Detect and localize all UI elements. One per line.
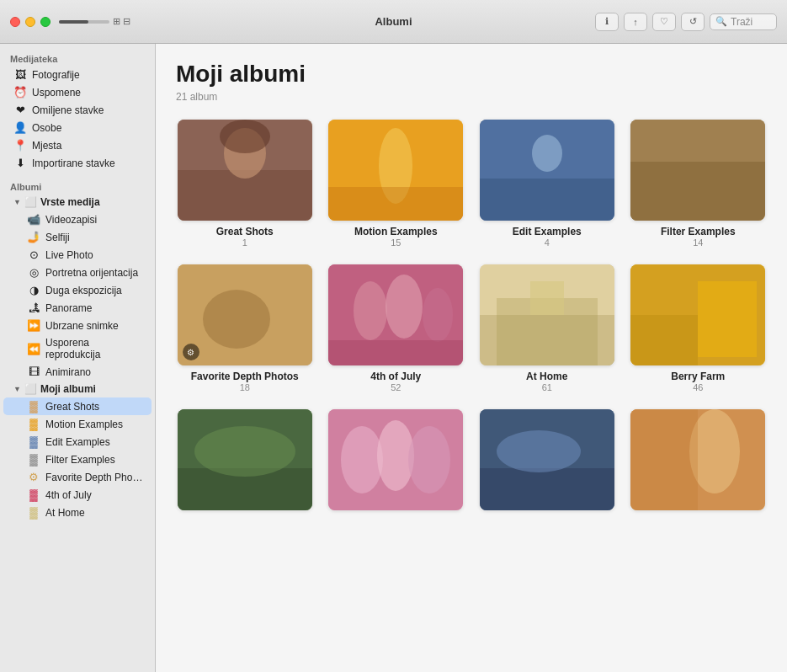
chevron-down-icon: ▼ (13, 198, 21, 206)
memories-icon: ⏰ (13, 86, 27, 99)
rotate-button[interactable]: ↺ (681, 13, 705, 31)
exposure-icon: ◑ (27, 284, 40, 296)
sidebar-label-depth: Favorite Depth Pho… (45, 472, 142, 483)
sidebar-item-motion[interactable]: ▓ Motion Examples (3, 415, 152, 433)
animated-icon: 🎞 (27, 365, 40, 378)
svg-rect-21 (328, 340, 463, 365)
sidebar-item-live-photo[interactable]: ⊙ Live Photo (3, 246, 152, 264)
vrste-medija-expand[interactable]: ▼ ⬜ Vrste medija (3, 194, 152, 211)
edit-icon: ▓ (27, 435, 40, 448)
svg-point-3 (220, 120, 270, 153)
import-icon: ⬇ (13, 157, 27, 169)
album-thumb-row3c (480, 409, 614, 510)
titlebar-right: ℹ ↑ ♡ ↺ 🔍 Traži (595, 13, 777, 31)
moji-albumi-expand[interactable]: ▼ ⬜ Moji albumi (3, 381, 152, 397)
sidebar-item-videozapisi[interactable]: 📹 Videozapisi (3, 211, 152, 228)
album-depth[interactable]: ⚙ Favorite Depth Photos 18 (176, 264, 314, 392)
sidebar-label-duga: Duga ekspozicija (45, 285, 122, 296)
album-row3b[interactable] (327, 409, 465, 515)
album-great-shots[interactable]: Great Shots 1 (176, 120, 314, 248)
sidebar-item-filter[interactable]: ▓ Filter Examples (3, 451, 152, 468)
album-row3d[interactable] (630, 409, 768, 515)
album-row3a[interactable] (176, 409, 314, 515)
sidebar-label-panorame: Panorame (45, 302, 92, 314)
album-edit[interactable]: Edit Examples 4 (478, 120, 616, 248)
sidebar-item-july[interactable]: ▓ 4th of July (3, 486, 152, 504)
svg-point-19 (386, 275, 423, 339)
maximize-button[interactable] (40, 17, 51, 27)
svg-rect-24 (530, 281, 564, 315)
library-header: Medijateka (0, 51, 155, 66)
album-thumb-row3d (630, 409, 765, 510)
sidebar-item-great-shots[interactable]: ▓ Great Shots (3, 397, 152, 415)
person-icon: 👤 (13, 121, 27, 134)
svg-point-14 (203, 290, 270, 349)
svg-rect-42 (630, 409, 698, 510)
sidebar-item-mjesta[interactable]: 📍 Mjesta (3, 136, 152, 154)
album-count-filter: 14 (693, 237, 703, 248)
sidebar-label-fotografije: Fotografije (32, 69, 80, 81)
sidebar-label-omiljene: Omiljene stavke (32, 104, 104, 116)
sidebar-item-depth[interactable]: ⚙ Favorite Depth Pho… (3, 468, 152, 486)
view-toggle[interactable]: ⊞ ⊟ (113, 16, 130, 27)
album-count-home: 61 (542, 382, 552, 392)
album-name-edit: Edit Examples (513, 226, 582, 237)
sidebar-label-filter: Filter Examples (45, 454, 115, 466)
sidebar-item-uspomene[interactable]: ⏰ Uspomene (3, 83, 152, 101)
albums-folder-icon: ⬜ (24, 383, 37, 395)
sidebar-label-osobe: Osobe (32, 122, 61, 134)
sidebar-label-selfiji: Selfiji (45, 232, 70, 243)
sidebar-item-portretna[interactable]: ◎ Portretna orijentacija (3, 264, 152, 281)
sidebar-item-duga[interactable]: ◑ Duga ekspozicija (3, 281, 152, 299)
album-count-edit: 4 (545, 237, 550, 248)
heart-button[interactable]: ♡ (652, 13, 676, 31)
sidebar-item-omiljene[interactable]: ❤ Omiljene stavke (3, 101, 152, 119)
albums-header: Albumi (0, 179, 155, 194)
sidebar-item-at-home[interactable]: ▓ At Home (3, 504, 152, 521)
info-button[interactable]: ℹ (595, 13, 619, 31)
sidebar-item-ubrzane[interactable]: ⏩ Ubrzane snimke (3, 317, 152, 334)
sidebar-item-edit[interactable]: ▓ Edit Examples (3, 433, 152, 451)
selfie-icon: 🤳 (27, 231, 40, 243)
svg-rect-27 (698, 281, 757, 357)
sidebar-item-panorame[interactable]: 🏞 Panorame (3, 299, 152, 317)
album-filter[interactable]: Filter Examples 14 (630, 120, 768, 248)
media-types-icon: ⬜ (24, 196, 37, 208)
titlebar: ⊞ ⊟ Albumi ℹ ↑ ♡ ↺ 🔍 Traži (0, 0, 787, 44)
sidebar-label-at-home: At Home (45, 507, 85, 519)
album-berry[interactable]: Berry Farm 46 (630, 264, 768, 392)
thumb-image-berry (630, 264, 765, 365)
progress-track (59, 20, 109, 24)
sidebar-item-fotografije[interactable]: 🖼 Fotografije (3, 66, 152, 83)
sidebar-item-animirano[interactable]: 🎞 Animirano (3, 363, 152, 381)
album-row3c[interactable] (478, 409, 616, 515)
thumb-image-row3c (480, 409, 614, 510)
thumb-image-row3d (630, 409, 765, 510)
svg-point-18 (354, 281, 387, 340)
window-title: Albumi (375, 15, 412, 28)
album-thumb-depth: ⚙ (178, 264, 312, 365)
sidebar-item-importirane[interactable]: ⬇ Importirane stavke (3, 154, 152, 172)
svg-rect-8 (480, 179, 614, 221)
svg-rect-38 (480, 468, 614, 510)
sidebar-item-selfiji[interactable]: 🤳 Selfiji (3, 228, 152, 246)
album-home[interactable]: At Home 61 (478, 264, 616, 392)
timelapse-icon: ⏩ (27, 319, 40, 332)
july-icon: ▓ (27, 488, 40, 501)
album-thumb-edit (480, 120, 614, 221)
thumb-image-row3a (178, 409, 312, 510)
album-july[interactable]: 4th of July 52 (327, 264, 465, 392)
albums-grid: Great Shots 1 Motion Examples 15 (176, 120, 767, 515)
search-bar[interactable]: 🔍 Traži (710, 13, 777, 30)
close-button[interactable] (10, 17, 20, 27)
video-icon: 📹 (27, 213, 40, 226)
progress-area: ⊞ ⊟ (59, 16, 130, 27)
album-thumb-row3b (328, 409, 463, 510)
sidebar-label-portretna: Portretna orijentacija (45, 267, 138, 279)
sidebar-item-osobe[interactable]: 👤 Osobe (3, 119, 152, 136)
sidebar-item-usporena[interactable]: ⏪ Usporena reprodukcija (3, 334, 152, 363)
home-icon: ▓ (27, 506, 40, 519)
minimize-button[interactable] (25, 17, 35, 27)
album-motion[interactable]: Motion Examples 15 (327, 120, 465, 248)
share-button[interactable]: ↑ (624, 13, 647, 31)
